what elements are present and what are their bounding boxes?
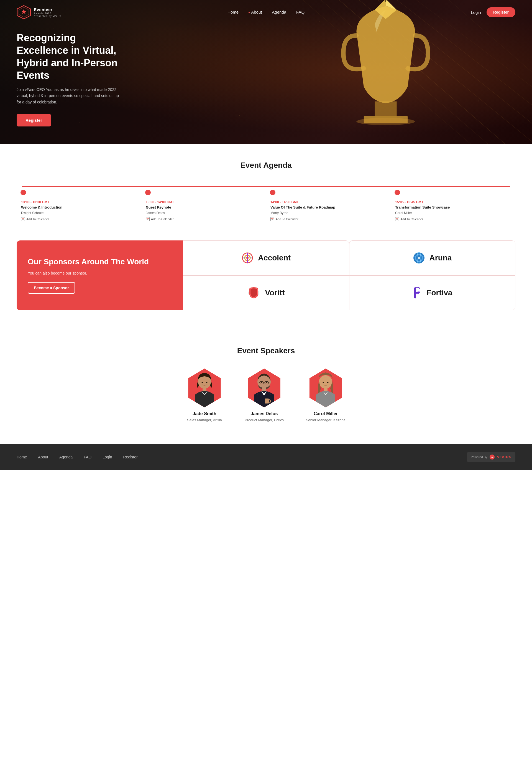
timeline-event-title-3: Value Of The Suite & Future Roadmap xyxy=(270,205,335,210)
speaker-avatar-carol xyxy=(308,369,344,407)
svg-point-44 xyxy=(261,382,262,383)
timeline-item-2: 13:30 - 14:00 GMT Guest Keynote James De… xyxy=(141,190,266,221)
calendar-icon-3: 📅 xyxy=(270,217,274,221)
footer-powered-by: Powered By vF vFAIRS xyxy=(467,452,515,462)
agenda-title: Event Agenda xyxy=(17,161,515,170)
nav-item-agenda[interactable]: Agenda xyxy=(272,10,286,15)
footer-link-register[interactable]: Register xyxy=(123,454,138,459)
svg-point-33 xyxy=(201,382,203,383)
svg-point-23 xyxy=(246,257,249,259)
accolent-name: Accolent xyxy=(258,254,291,262)
footer: Home About Agenda FAQ Login Register Pow… xyxy=(0,444,532,470)
become-sponsor-button[interactable]: Become a Sponsor xyxy=(28,282,75,294)
svg-line-43 xyxy=(268,382,269,383)
footer-link-faq[interactable]: FAQ xyxy=(84,454,91,459)
speaker-image-james xyxy=(246,369,282,407)
calendar-icon-2: 📅 xyxy=(146,217,150,221)
nav-item-about[interactable]: About xyxy=(249,10,262,15)
speaker-card-carol: Carol Miller Senior Manager, Kezona xyxy=(306,369,346,422)
speaker-image-carol xyxy=(308,369,344,407)
timeline-event-title-4: Transformation Suite Showcase xyxy=(395,205,450,210)
accolent-icon xyxy=(241,252,254,264)
hero-content: Recognizing Excellence in Virtual, Hybri… xyxy=(0,32,144,126)
timeline-item-4: 15:05 - 15:45 GMT Transformation Suite S… xyxy=(391,190,515,221)
timeline-time-3: 14:00 - 14:30 GMT xyxy=(270,200,299,204)
speaker-name-carol: Carol Miller xyxy=(314,411,338,416)
brand-text: Eventeer Awards 2023 Presented by vFairs xyxy=(34,7,61,17)
speaker-avatar-james xyxy=(246,369,282,407)
add-to-cal-4[interactable]: 📅 Add To Calender xyxy=(395,217,423,221)
speaker-card-james: James Delos Product Manager, Crevo xyxy=(245,369,284,422)
sponsors-title: Our Sponsors Around The World xyxy=(28,257,172,267)
svg-point-34 xyxy=(206,382,207,383)
timeline-event-title-1: Welcome & Introduction xyxy=(21,205,62,210)
svg-point-18 xyxy=(356,118,415,125)
timeline-dot-1 xyxy=(21,190,26,195)
voritt-icon xyxy=(247,287,260,299)
fortiva-name: Fortiva xyxy=(426,288,452,297)
footer-link-about[interactable]: About xyxy=(38,454,48,459)
timeline-speaker-2: James Delos xyxy=(146,211,165,215)
calendar-icon-4: 📅 xyxy=(395,217,399,221)
logo-icon xyxy=(17,5,31,19)
svg-point-52 xyxy=(327,382,329,383)
svg-point-32 xyxy=(198,377,211,389)
speakers-section: Event Speakers xyxy=(0,330,532,444)
navbar: Eventeer Awards 2023 Presented by vFairs… xyxy=(0,0,532,24)
speaker-card-jade: Jade Smith Sales Manager, Artilla xyxy=(186,369,222,422)
svg-point-45 xyxy=(266,382,267,383)
speaker-role-james: Product Manager, Crevo xyxy=(245,418,284,422)
nav-item-home[interactable]: Home xyxy=(227,10,239,15)
speaker-image-jade xyxy=(186,369,222,407)
brand-presented: Presented by vFairs xyxy=(34,15,61,17)
timeline-dot-4 xyxy=(395,190,400,195)
brand-sub: Awards 2023 xyxy=(34,12,61,15)
nav-auth: Login Register xyxy=(471,7,515,17)
logo[interactable]: Eventeer Awards 2023 Presented by vFairs xyxy=(17,5,61,19)
add-to-cal-3[interactable]: 📅 Add To Calender xyxy=(270,217,298,221)
nav-item-faq[interactable]: FAQ xyxy=(296,10,305,15)
voritt-name: Voritt xyxy=(265,288,285,297)
speaker-avatar-jade xyxy=(186,369,222,407)
timeline-items: 13:00 - 13:30 GMT Welcome & Introduction… xyxy=(17,190,515,221)
timeline-time-1: 13:00 - 13:30 GMT xyxy=(21,200,49,204)
register-button[interactable]: Register xyxy=(487,7,515,17)
svg-point-28 xyxy=(418,257,420,259)
timeline-speaker-3: Marty Byrde xyxy=(270,211,288,215)
hero-register-button[interactable]: Register xyxy=(17,114,51,126)
speaker-role-carol: Senior Manager, Kezona xyxy=(306,418,346,422)
timeline-time-2: 13:30 - 14:00 GMT xyxy=(146,200,174,204)
sponsors-left-panel: Our Sponsors Around The World You can al… xyxy=(17,241,183,310)
aruna-name: Aruna xyxy=(429,254,452,262)
hero-title: Recognizing Excellence in Virtual, Hybri… xyxy=(17,32,127,81)
svg-point-51 xyxy=(323,382,324,383)
login-link[interactable]: Login xyxy=(471,10,481,15)
timeline-dot-3 xyxy=(270,190,275,195)
vfairs-logo-icon: vF xyxy=(489,454,495,460)
sponsor-accolent: Accolent xyxy=(183,241,349,275)
timeline-item-3: 14:00 - 14:30 GMT Value Of The Suite & F… xyxy=(266,190,391,221)
calendar-icon-1: 📅 xyxy=(21,217,25,221)
footer-powered-text: Powered By xyxy=(471,455,487,459)
footer-link-home[interactable]: Home xyxy=(17,454,27,459)
sponsor-voritt: Voritt xyxy=(183,275,349,310)
svg-text:vF: vF xyxy=(491,456,493,459)
sponsors-description: You can also become our sponsor. xyxy=(28,271,172,275)
sponsor-fortiva: Fortiva xyxy=(349,275,515,310)
timeline-speaker-4: Carol Miller xyxy=(395,211,412,215)
brand-name: Eventeer xyxy=(34,7,61,12)
timeline-event-title-2: Guest Keynote xyxy=(146,205,171,210)
speaker-name-james: James Delos xyxy=(251,411,278,416)
footer-link-agenda[interactable]: Agenda xyxy=(59,454,73,459)
footer-link-login[interactable]: Login xyxy=(103,454,112,459)
add-to-cal-2[interactable]: 📅 Add To Calender xyxy=(146,217,174,221)
sponsors-grid: Our Sponsors Around The World You can al… xyxy=(17,241,515,310)
timeline-line xyxy=(22,186,510,186)
footer-brand-name: vFAIRS xyxy=(497,455,511,459)
add-to-cal-1[interactable]: 📅 Add To Calender xyxy=(21,217,49,221)
hero-description: Join vFairs CEO Younas as he dives into … xyxy=(17,86,122,105)
footer-links: Home About Agenda FAQ Login Register xyxy=(17,454,138,459)
speakers-title: Event Speakers xyxy=(17,346,515,355)
svg-point-50 xyxy=(319,377,332,389)
svg-line-42 xyxy=(259,382,260,383)
